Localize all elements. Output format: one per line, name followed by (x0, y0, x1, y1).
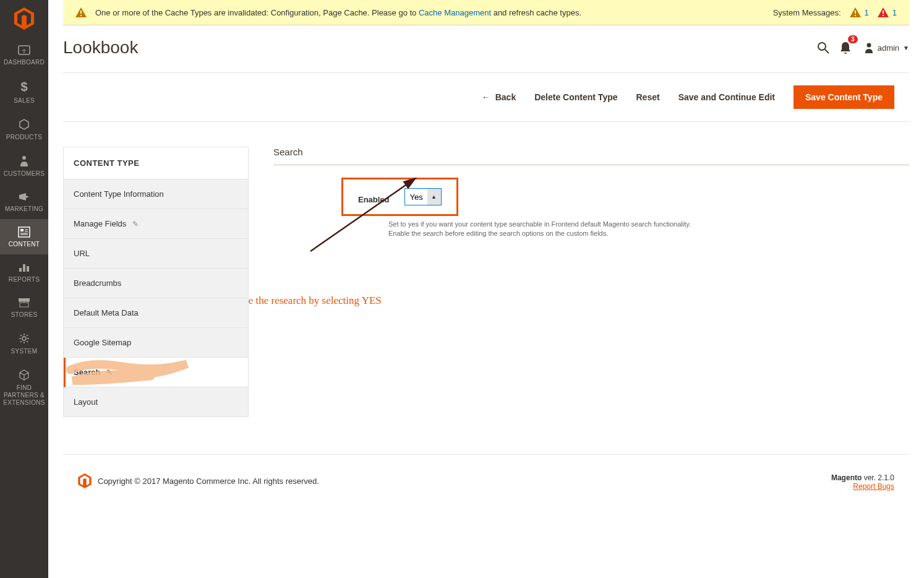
magento-logo-icon (78, 473, 92, 488)
svg-rect-8 (19, 268, 22, 272)
account-menu[interactable]: admin ▼ (864, 42, 909, 53)
user-icon (864, 42, 874, 53)
reset-button[interactable]: Reset (636, 92, 660, 102)
tab-search[interactable]: Search ✎ (64, 358, 248, 387)
system-message-chip-critical[interactable]: 1 (878, 7, 897, 17)
svg-point-1 (22, 156, 26, 160)
tab-default-meta-data[interactable]: Default Meta Data (64, 298, 248, 328)
cache-management-link[interactable]: Cache Management (419, 8, 491, 17)
sidebar-item-dashboard[interactable]: DASHBOARD (0, 37, 48, 72)
svg-rect-10 (27, 266, 29, 272)
page-title: Lookbook (63, 38, 812, 58)
svg-point-21 (866, 43, 871, 48)
tab-breadcrumbs[interactable]: Breadcrumbs (64, 269, 248, 298)
sidebar-item-stores[interactable]: STORES (0, 290, 48, 325)
warning-icon (878, 7, 889, 17)
svg-rect-15 (855, 11, 856, 14)
system-message-chip[interactable]: 1 (850, 7, 869, 17)
tab-content-type-information[interactable]: Content Type Information (64, 179, 248, 209)
tab-google-sitemap[interactable]: Google Sitemap (64, 328, 248, 358)
system-message-bar: One or more of the Cache Types are inval… (63, 0, 909, 25)
svg-rect-14 (80, 15, 82, 16)
sidebar-item-system[interactable]: SYSTEM (0, 325, 48, 361)
svg-point-19 (818, 43, 826, 50)
sidebar-item-customers[interactable]: CUSTOMERS (0, 147, 48, 184)
svg-line-20 (825, 50, 829, 53)
svg-rect-11 (20, 303, 28, 307)
notifications-badge: 3 (848, 35, 858, 43)
system-message-text: One or more of the Cache Types are inval… (95, 8, 581, 17)
svg-rect-2 (19, 227, 30, 237)
sidebar-item-products[interactable]: PRODUCTS (0, 111, 48, 147)
arrow-left-icon: ← (482, 92, 490, 102)
tab-url[interactable]: URL (64, 239, 248, 269)
warning-icon (850, 7, 861, 17)
warning-icon (75, 7, 87, 17)
report-bugs-link[interactable]: Report Bugs (853, 482, 894, 491)
save-continue-button[interactable]: Save and Continue Edit (678, 92, 775, 102)
pencil-icon: ✎ (132, 220, 139, 228)
tab-layout[interactable]: Layout (64, 387, 248, 416)
svg-rect-16 (855, 15, 856, 16)
annotation-box: Enabled Yes ▲ (341, 178, 458, 216)
leftnav-title: CONTENT TYPE (64, 147, 248, 179)
enabled-select[interactable]: Yes (404, 188, 442, 205)
pencil-icon: ✎ (106, 368, 113, 377)
enabled-label: Enabled (358, 190, 390, 204)
search-icon[interactable] (812, 37, 834, 59)
sidebar-item-reports[interactable]: REPORTS (0, 254, 48, 290)
account-name: admin (878, 43, 899, 53)
page-actions: ← Back Delete Content Type Reset Save an… (63, 72, 909, 122)
svg-rect-3 (20, 229, 24, 231)
back-button[interactable]: ← Back (482, 92, 516, 102)
admin-sidebar: DASHBOARD $ SALES PRODUCTS CUSTOMERS MAR… (0, 0, 48, 578)
sidebar-item-marketing[interactable]: MARKETING (0, 184, 48, 219)
field-help-text: Set to yes if you want your content type… (273, 220, 909, 239)
svg-rect-17 (883, 11, 884, 14)
sidebar-item-content[interactable]: CONTENT (0, 219, 48, 254)
system-messages-label: System Messages: (773, 8, 841, 17)
save-button[interactable]: Save Content Type (794, 85, 894, 109)
section-title: Search (273, 147, 909, 165)
svg-rect-9 (23, 264, 25, 272)
copyright-text: Copyright © 2017 Magento Commerce Inc. A… (98, 477, 319, 486)
tab-manage-fields[interactable]: Manage Fields ✎ (64, 209, 248, 239)
sidebar-item-partners[interactable]: FIND PARTNERS & EXTENSIONS (0, 361, 48, 413)
svg-rect-18 (883, 15, 884, 16)
delete-button[interactable]: Delete Content Type (534, 92, 617, 102)
svg-point-12 (22, 337, 26, 340)
svg-rect-13 (80, 11, 82, 14)
notifications-icon[interactable]: 3 (834, 37, 857, 59)
sidebar-item-sales[interactable]: $ SALES (0, 72, 48, 111)
chevron-down-icon: ▼ (903, 45, 909, 51)
page-footer: Copyright © 2017 Magento Commerce Inc. A… (63, 454, 909, 509)
content-type-tabs: CONTENT TYPE Content Type Information Ma… (63, 147, 249, 417)
magento-logo[interactable] (0, 0, 48, 37)
annotation-text: Enable the research by selecting YES (224, 295, 909, 307)
